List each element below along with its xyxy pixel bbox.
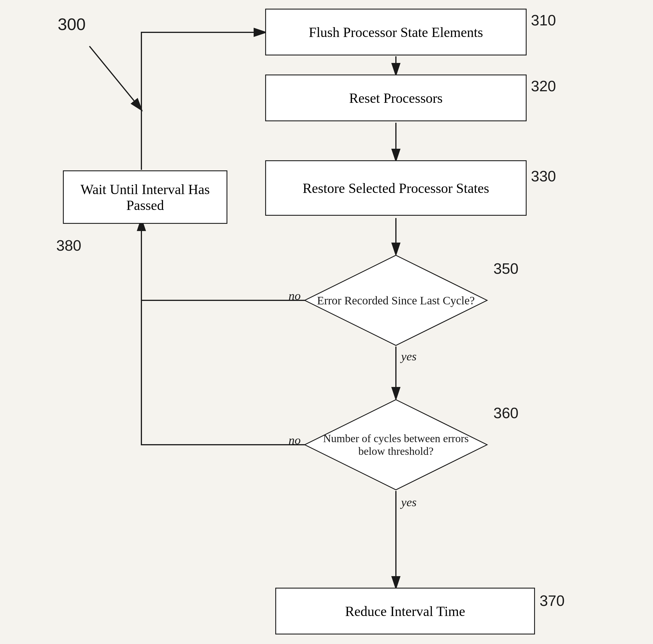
flush-box: Flush Processor State Elements [265,9,527,55]
yes-label-1: yes [401,349,417,363]
label-300: 300 [58,15,86,34]
error-diamond-label: Error Recorded Since Last Cycle? [303,254,489,347]
reduce-box: Reduce Interval Time [275,588,535,635]
cycles-diamond-label: Number of cycles between errors below th… [303,398,489,491]
cycles-diamond-wrapper: Number of cycles between errors below th… [303,398,489,491]
diagram: 300 Flush Processor State Elements 310 R… [0,0,653,644]
restore-box: Restore Selected Processor States [265,160,527,216]
no-label-2: no [289,433,301,447]
label-310: 310 [531,12,556,29]
label-380: 380 [56,237,81,254]
label-330: 330 [531,167,556,185]
label-360: 360 [493,404,518,422]
error-diamond-wrapper: Error Recorded Since Last Cycle? [303,254,489,347]
label-320: 320 [531,77,556,95]
label-370: 370 [539,592,565,610]
reset-box: Reset Processors [265,74,527,121]
label-350: 350 [493,260,518,277]
yes-label-2: yes [401,495,417,509]
wait-box: Wait Until Interval Has Passed [63,170,227,224]
svg-line-7 [90,46,141,110]
no-label-1: no [289,289,301,303]
